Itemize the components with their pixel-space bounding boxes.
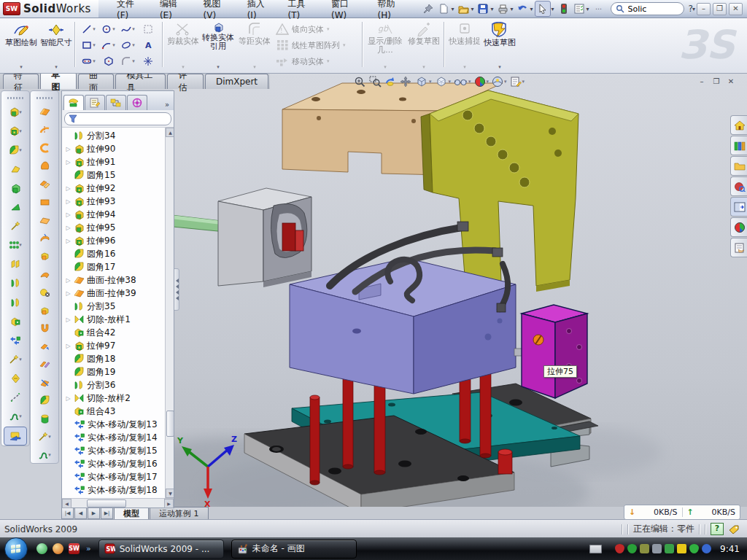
tree-item-8[interactable]: ▷拉伸96	[62, 234, 166, 247]
quicklaunch-app-icon[interactable]	[53, 543, 63, 554]
start-button[interactable]	[4, 537, 28, 560]
lcol1-tool-greenwedge-5[interactable]	[4, 198, 26, 216]
tree-item-14[interactable]: ▷切除-放样1	[62, 313, 166, 326]
3d-model[interactable]: Y Z X	[173, 73, 747, 507]
quick-tips-button[interactable]: ?	[711, 523, 724, 535]
tree-vertical-scrollbar[interactable]: ▲ ▼	[165, 128, 174, 498]
lcol1-tool-fillet-2[interactable]: ▾	[4, 141, 26, 159]
lcol1-tool-greenbox-4[interactable]	[4, 179, 26, 197]
taskpane-resources-tab[interactable]	[730, 176, 747, 196]
doc-tab-0[interactable]: 模型	[114, 507, 149, 519]
panel-more-button[interactable]: »	[165, 101, 172, 110]
overflow-button[interactable]: ⋯	[592, 1, 606, 16]
menu-item-2[interactable]: 视图(V)	[196, 0, 239, 18]
select-button[interactable]	[535, 1, 551, 17]
lcol2-tool-surfy-12[interactable]	[34, 320, 55, 337]
tree-item-12[interactable]: ▷曲面-拉伸39	[62, 287, 166, 300]
dimxpert-manager-tab[interactable]	[127, 95, 147, 110]
ellipse-tool[interactable]: ▾	[118, 37, 138, 53]
doc-nav-0[interactable]: |◀	[61, 508, 74, 519]
sketch-button[interactable]: 草图绘制▾	[4, 20, 38, 71]
tree-item-6[interactable]: ▷拉伸94	[62, 208, 166, 221]
lcol1-tool-wand-6[interactable]	[4, 217, 26, 235]
point-tool[interactable]	[138, 53, 158, 69]
save-button[interactable]	[476, 1, 490, 16]
lcol1-tool-ribs-8[interactable]	[4, 255, 26, 273]
tree-filter-input[interactable]	[64, 112, 171, 125]
lcol2-tool-surfbend-9[interactable]	[34, 266, 55, 283]
zoom-fit-button[interactable]	[354, 76, 366, 88]
part-clamp-block[interactable]	[218, 188, 311, 287]
undo-button-caret[interactable]: ▾	[530, 6, 533, 12]
quicklaunch-messenger-icon[interactable]	[36, 543, 47, 554]
scroll-down-button[interactable]: ▼	[166, 489, 174, 498]
pan-button[interactable]	[400, 76, 412, 88]
menu-item-6[interactable]: 帮助(H)	[369, 0, 414, 18]
spline-tool[interactable]: ▾	[118, 21, 138, 37]
tab-特征[interactable]: 特征	[3, 74, 39, 89]
lcol2-tool-surfloft-3[interactable]	[34, 158, 55, 174]
selection-box-tool[interactable]	[138, 21, 158, 37]
pin-icon[interactable]	[421, 1, 436, 16]
print-button[interactable]	[495, 1, 510, 16]
feature-manager-tab[interactable]	[63, 95, 84, 110]
undo-button[interactable]	[515, 1, 530, 16]
lcol2-tool-surfarc-1[interactable]	[34, 122, 55, 139]
lcol2-tool-squiggle-19[interactable]: ▾	[34, 446, 55, 463]
minimize-button[interactable]: –	[697, 3, 711, 15]
tree-item-18[interactable]: 圆角19	[62, 365, 166, 378]
lcol2-tool-cylinder-17[interactable]	[34, 411, 55, 427]
menu-item-1[interactable]: 编辑(E)	[152, 0, 196, 18]
tree-item-25[interactable]: 实体-移动/复制16	[62, 457, 166, 470]
tab-草图[interactable]: 草图	[40, 72, 76, 89]
tray-network-icon[interactable]	[665, 544, 674, 553]
circle-tool[interactable]: ▾	[98, 21, 118, 37]
lcol1-tool-dashline-15[interactable]	[4, 389, 26, 406]
tree-item-24[interactable]: 实体-移动/复制15	[62, 444, 166, 457]
tree-item-3[interactable]: 圆角15	[62, 168, 166, 182]
zoom-area-button[interactable]	[369, 76, 382, 88]
new-document-button-caret[interactable]: ▾	[451, 6, 454, 12]
tree-item-9[interactable]: 圆角16	[62, 247, 166, 260]
quicklaunch-solidworks-icon[interactable]: SW	[69, 543, 80, 554]
polygon-tool[interactable]	[98, 53, 118, 69]
part-magenta-block-extrude75[interactable]	[522, 305, 587, 398]
text-tool[interactable]: A	[138, 37, 158, 53]
save-button-caret[interactable]: ▾	[490, 6, 493, 12]
doc-minimize-button[interactable]: –	[696, 77, 708, 88]
tray-security-icon[interactable]	[689, 544, 699, 553]
configuration-manager-tab[interactable]	[106, 95, 126, 110]
convert-entities-button[interactable]: 转换实体引用▾	[201, 20, 235, 71]
tree-item-16[interactable]: ▷拉伸97	[62, 339, 166, 352]
scene-button[interactable]: ▾	[492, 76, 507, 88]
tree-item-7[interactable]: ▷拉伸95	[62, 221, 166, 234]
lcol2-tool-fillet-16[interactable]	[34, 392, 55, 409]
tree-item-2[interactable]: ▷拉伸91	[62, 155, 166, 168]
tag-icon[interactable]	[728, 524, 740, 534]
tree-item-5[interactable]: ▷拉伸93	[62, 195, 166, 208]
doc-restore-button[interactable]: ❐	[711, 77, 722, 88]
lcol2-tool-wand-18[interactable]: ▾	[34, 429, 55, 446]
select-button-caret[interactable]: ▾	[551, 6, 554, 12]
instant3d-button-pressed[interactable]	[4, 427, 27, 446]
graphics-viewport[interactable]: Y Z X ▾▾▾▾▾▾ –❐✕ 拉伸75	[173, 73, 747, 507]
tab-曲面[interactable]: 曲面	[78, 74, 114, 89]
doc-nav-1[interactable]: ◀	[74, 508, 87, 519]
task-button-1[interactable]: 未命名 - 画图	[231, 540, 357, 559]
annotations-button[interactable]: ▾	[510, 76, 525, 88]
quicklaunch-overflow[interactable]: »	[86, 544, 91, 553]
tree-item-17[interactable]: 圆角18	[62, 352, 166, 365]
tree-item-0[interactable]: 分割34	[62, 129, 166, 142]
rebuild-button[interactable]	[557, 1, 571, 16]
arc-tool[interactable]: ▾	[98, 37, 118, 53]
lcol1-tool-extrude-0[interactable]: ▾	[4, 104, 26, 121]
taskpane-appearances-tab[interactable]	[730, 217, 747, 237]
lcol1-tool-movecopy-12[interactable]	[4, 332, 26, 349]
scroll-left-button[interactable]: ◀	[62, 499, 71, 508]
tree-item-19[interactable]: 分割36	[62, 378, 166, 392]
lcol2-tool-surface-0[interactable]	[34, 104, 55, 120]
lcol2-tool-surfplane-6[interactable]	[34, 211, 55, 228]
lcol2-tool-surftrim-15[interactable]	[34, 374, 55, 391]
tree-item-1[interactable]: ▷拉伸90	[62, 142, 166, 155]
restore-button[interactable]: ❐	[713, 3, 727, 15]
